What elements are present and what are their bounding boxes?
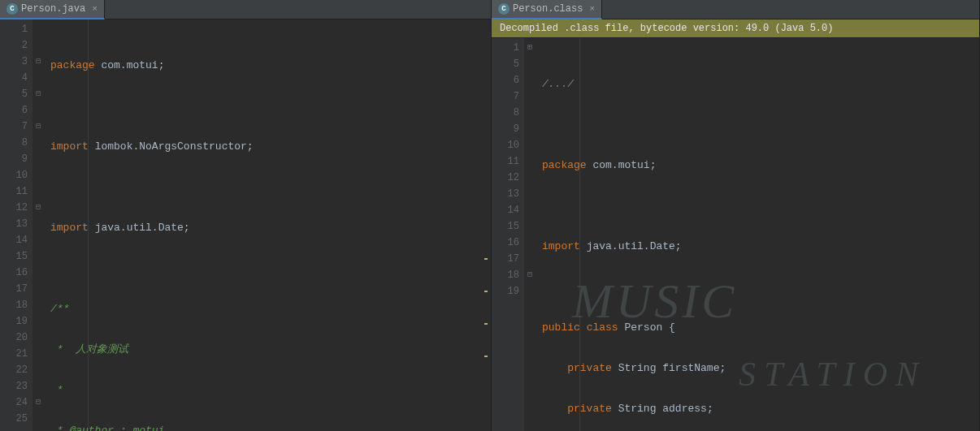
editor-pane-left: C Person.java × 123456789101112131415161…	[0, 0, 492, 431]
close-icon[interactable]: ×	[92, 4, 98, 14]
fold-column-right: ⊞⊟	[524, 38, 536, 431]
code-area-left[interactable]: package com.motui; import lombok.NoArgsC…	[44, 19, 491, 431]
tab-person-class[interactable]: C Person.class ×	[492, 0, 602, 19]
editor-right[interactable]: 15678910111213141516171819 ⊞⊟ /.../ pack…	[492, 38, 979, 431]
tab-label: Person.class	[513, 3, 583, 15]
decompile-banner: Decompiled .class file, bytecode version…	[492, 19, 979, 38]
editor-left[interactable]: 1234567891011121314151617181920212223242…	[0, 19, 491, 431]
close-icon[interactable]: ×	[589, 4, 595, 14]
java-class-icon: C	[498, 3, 510, 15]
tab-person-java[interactable]: C Person.java ×	[0, 0, 105, 19]
code-area-right[interactable]: /.../ package com.motui; import java.uti…	[536, 38, 979, 431]
line-gutter-left: 1234567891011121314151617181920212223242…	[0, 19, 33, 431]
java-class-icon: C	[7, 3, 18, 15]
tab-label: Person.java	[21, 3, 85, 15]
editor-pane-right: C Person.class × Decompiled .class file,…	[492, 0, 980, 431]
fold-column-left: ⊟⊟ ⊟⊟ ⊟	[33, 19, 44, 431]
line-gutter-right: 15678910111213141516171819	[492, 38, 524, 431]
tab-bar-right: C Person.class ×	[492, 0, 979, 19]
tab-bar-left: C Person.java ×	[0, 0, 491, 19]
